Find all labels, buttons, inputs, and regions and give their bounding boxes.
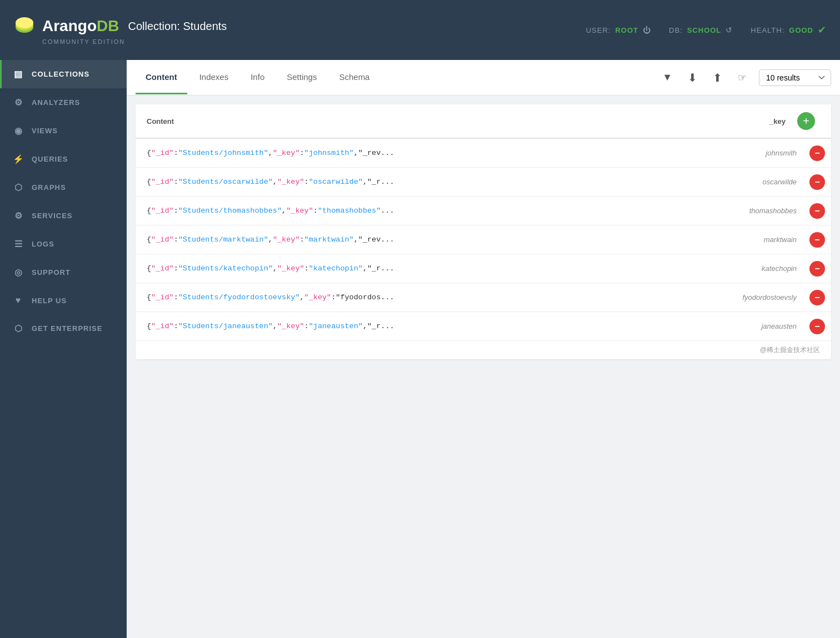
graphs-icon: ⬡ [13,182,24,193]
row-json[interactable]: {"_id":"Students/janeausten","_key":"jan… [136,312,714,340]
views-icon: ◉ [13,125,24,136]
health-label: HEALTH: [751,26,784,34]
row-json[interactable]: {"_id":"Students/johnsmith","_key":"john… [136,139,714,167]
col-action-header: + [792,112,820,130]
row-key: thomashobbes [714,197,803,225]
tab-info[interactable]: Info [241,61,274,94]
enterprise-icon: ⬡ [13,323,24,334]
row-key: janeausten [714,312,803,340]
row-json[interactable]: {"_id":"Students/fyodordostoevsky","_key… [136,283,714,312]
sidebar-item-label: ANALYZERS [32,98,80,107]
row-json[interactable]: {"_id":"Students/oscarwilde","_key":"osc… [136,168,714,196]
pointer-icon[interactable]: ☞ [734,68,750,87]
table-row: {"_id":"Students/janeausten","_key":"jan… [136,312,831,341]
health-info: HEALTH: GOOD ✔ [751,24,827,36]
services-icon: ⚙ [13,210,24,221]
db-value: SCHOOL [687,26,722,34]
delete-row-button[interactable]: − [803,232,831,248]
sidebar-item-label: SUPPORT [32,268,71,277]
add-document-button[interactable]: + [797,112,815,130]
topbar-right: USER: ROOT ⏻ DB: SCHOOL ↺ HEALTH: GOOD ✔ [586,24,827,36]
sidebar-item-label: LOGS [32,240,54,248]
upload-icon[interactable]: ⬆ [709,68,726,88]
sidebar-item-enterprise[interactable]: ⬡GET ENTERPRISE [0,314,127,343]
table-rows: {"_id":"Students/johnsmith","_key":"john… [136,139,831,341]
sidebar-item-queries[interactable]: ⚡QUERIES [0,145,127,173]
sidebar-item-support[interactable]: ◎SUPPORT [0,258,127,287]
row-key: oscarwilde [714,168,803,196]
arangodb-logo [13,15,36,37]
topbar-left: ArangoDB Collection: Students COMMUNITY … [13,15,227,45]
tab-actions: ▼ ⬇ ⬆ ☞ 10 results 25 results 50 results… [659,68,831,88]
delete-row-button[interactable]: − [803,290,831,305]
analyzers-icon: ⚙ [13,97,24,108]
collection-title: Collection: Students [128,20,227,33]
health-value: GOOD [789,26,813,34]
logs-icon: ☰ [13,239,24,249]
svg-point-2 [16,17,33,28]
sidebar: ▤COLLECTIONS⚙ANALYZERS◉VIEWS⚡QUERIES⬡GRA… [0,60,127,638]
row-json[interactable]: {"_id":"Students/marktwain","_key":"mark… [136,225,714,254]
delete-row-button[interactable]: − [803,319,831,334]
tab-indexes[interactable]: Indexes [189,61,239,94]
sidebar-item-services[interactable]: ⚙SERVICES [0,202,127,230]
row-key: katechopin [714,254,803,283]
db-info: DB: SCHOOL ↺ [669,26,733,34]
sidebar-item-logs[interactable]: ☰LOGS [0,230,127,258]
delete-icon[interactable]: − [809,319,825,334]
content-table: Content _key + {"_id":"Students/johnsmit… [136,104,831,359]
tab-content[interactable]: Content [136,61,187,94]
table-header: Content _key + [136,104,831,139]
filter-icon[interactable]: ▼ [659,68,676,87]
sidebar-item-label: VIEWS [32,127,58,135]
sidebar-item-analyzers[interactable]: ⚙ANALYZERS [0,88,127,117]
delete-row-button[interactable]: − [803,174,831,190]
row-json[interactable]: {"_id":"Students/thomashobbes","_key":"t… [136,197,714,225]
power-icon[interactable]: ⏻ [643,26,651,34]
collections-icon: ▤ [13,69,24,79]
col-content-header: Content [147,117,703,125]
tab-schema[interactable]: Schema [329,61,379,94]
row-json[interactable]: {"_id":"Students/katechopin","_key":"kat… [136,254,714,283]
tab-settings[interactable]: Settings [277,61,327,94]
tab-bar: Content Indexes Info Settings Schema ▼ ⬇… [127,60,840,96]
delete-icon[interactable]: − [809,145,825,161]
row-key: fyodordostoevsly [714,283,803,312]
helpus-icon: ♥ [13,295,24,305]
delete-icon[interactable]: − [809,290,825,305]
results-select[interactable]: 10 results 25 results 50 results 100 res… [759,69,831,86]
delete-icon[interactable]: − [809,261,825,277]
table-area: Content _key + {"_id":"Students/johnsmit… [127,96,840,638]
brand-edition: COMMUNITY EDITION [42,38,227,45]
table-row: {"_id":"Students/thomashobbes","_key":"t… [136,197,831,225]
user-value: ROOT [615,26,638,34]
sidebar-item-label: COLLECTIONS [32,70,89,78]
sidebar-item-collections[interactable]: ▤COLLECTIONS [0,60,127,88]
sidebar-item-label: SERVICES [32,212,73,220]
user-label: USER: [586,26,611,34]
delete-row-button[interactable]: − [803,203,831,219]
support-icon: ◎ [13,267,24,278]
download-icon[interactable]: ⬇ [684,68,701,88]
sidebar-item-graphs[interactable]: ⬡GRAPHS [0,173,127,202]
table-row: {"_id":"Students/oscarwilde","_key":"osc… [136,168,831,197]
sidebar-item-views[interactable]: ◉VIEWS [0,117,127,145]
queries-icon: ⚡ [13,154,24,164]
topbar: ArangoDB Collection: Students COMMUNITY … [0,0,840,60]
table-row: {"_id":"Students/katechopin","_key":"kat… [136,254,831,283]
brand-name: ArangoDB [42,17,119,35]
row-key: marktwain [714,225,803,254]
main-content: Content Indexes Info Settings Schema ▼ ⬇… [127,60,840,638]
delete-icon[interactable]: − [809,203,825,219]
sidebar-item-helpus[interactable]: ♥HELP US [0,287,127,314]
col-key-header: _key [703,117,792,125]
app-layout: ▤COLLECTIONS⚙ANALYZERS◉VIEWS⚡QUERIES⬡GRA… [0,60,840,638]
delete-icon[interactable]: − [809,174,825,190]
db-label: DB: [669,26,683,34]
table-row: {"_id":"Students/marktwain","_key":"mark… [136,225,831,254]
delete-row-button[interactable]: − [803,145,831,161]
health-check-icon: ✔ [818,24,827,36]
delete-row-button[interactable]: − [803,261,831,277]
delete-icon[interactable]: − [809,232,825,248]
refresh-icon[interactable]: ↺ [726,26,733,34]
